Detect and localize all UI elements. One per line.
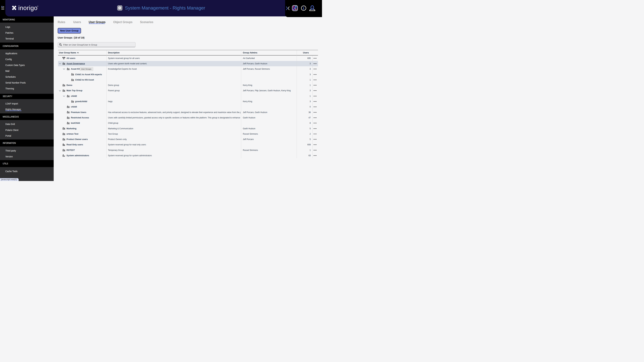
svg-text:i: i (303, 6, 304, 10)
